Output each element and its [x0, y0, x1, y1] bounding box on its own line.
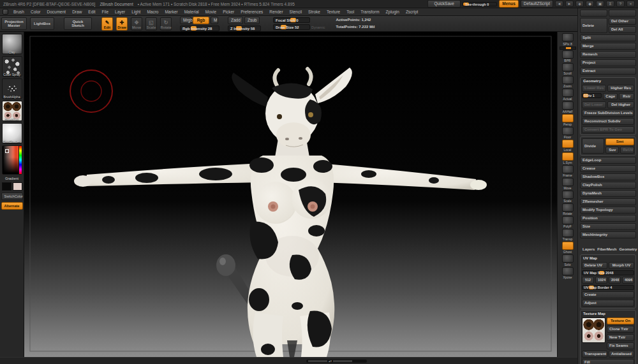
divide-button[interactable]: Divide [582, 138, 604, 154]
smt-button[interactable]: Smt [605, 138, 634, 145]
shelf-aahalf[interactable]: AAHalf [562, 101, 574, 113]
hue-strip[interactable] [19, 146, 22, 174]
uv-size-button-1024[interactable]: 1024 [595, 277, 607, 284]
shelf-scroll[interactable]: Scroll [562, 63, 574, 75]
palette-section-fibermesh[interactable]: FiberMesh [595, 247, 616, 251]
move-doc-icon[interactable]: ◈ [575, 1, 584, 7]
alternate-button[interactable]: Alternate [1, 202, 23, 210]
menu-item-stroke[interactable]: Stroke [305, 10, 323, 14]
edit-button[interactable]: ✎ Edit [101, 17, 113, 31]
switchcolor-button[interactable]: SwitchColor [1, 193, 23, 200]
uv-size-button-2048[interactable]: 2048 [609, 277, 621, 284]
uv-create-toggle[interactable]: Create [582, 291, 634, 298]
brush-selector[interactable]: Clay [2, 34, 22, 54]
z-intensity-slider[interactable]: Z Intensity 58 [228, 25, 261, 31]
subtool-partial-button-1[interactable] [580, 10, 607, 17]
antialiased-button[interactable]: Antialiased [609, 351, 634, 358]
menu-item-tool[interactable]: Tool [343, 10, 357, 14]
menu-item-draw[interactable]: Draw [69, 10, 85, 14]
clone-texture-button[interactable]: Clone Txtr [607, 326, 634, 333]
geometry-header[interactable]: Geometry [582, 79, 634, 84]
redo-icon[interactable]: ► [565, 1, 574, 7]
section-toggle-position[interactable]: Position [580, 215, 636, 222]
rgb-intensity-slider[interactable]: Rgb Intensity 28 [180, 25, 219, 31]
fix-seams-button[interactable]: Fix Seams [607, 342, 634, 349]
uv-map-size-slider[interactable]: UV Map Size 2048 [582, 270, 634, 275]
lightbox-button[interactable]: LightBox [30, 17, 54, 30]
del-other-button[interactable]: Del Other [609, 18, 636, 25]
default-zscript-button[interactable]: DefaultZScript [521, 0, 553, 8]
section-toggle-modify-topology[interactable]: Modify Topology [580, 207, 636, 214]
mrgb-button[interactable]: Mrgb [180, 17, 191, 24]
see-through-slider[interactable]: See-through 0 [463, 2, 497, 6]
zoom-doc-icon[interactable]: ◆ [586, 1, 594, 7]
sdiv-slider[interactable]: SDiv 1 [582, 93, 602, 98]
delete-subtool-button[interactable]: Delete [580, 18, 607, 33]
menu-item-material[interactable]: Material [181, 10, 202, 14]
timeline-scrollbar[interactable]: ▴▾ [306, 360, 367, 363]
section-toggle-size[interactable]: Size [580, 223, 636, 230]
cage-button[interactable]: Cage [603, 93, 618, 100]
shelf-lsym[interactable]: L.Sym [562, 152, 574, 164]
shelf-ghost[interactable]: Ghost [562, 242, 574, 254]
stroke-selector[interactable]: Color Spray [2, 56, 22, 76]
reconstruct-subdiv-button[interactable]: Reconstruct Subdiv [582, 118, 634, 125]
lower-res-button[interactable]: Lower Res [582, 85, 606, 92]
subtool-partial-button-2[interactable] [609, 10, 636, 17]
scroll-handle-right[interactable] [333, 360, 352, 362]
shelf-persp[interactable]: Persp [562, 114, 574, 126]
menu-item-layer[interactable]: Layer [112, 10, 128, 14]
menu-item-zscript[interactable]: Zscript [403, 10, 422, 14]
shelf-floor[interactable]: Floor [562, 127, 574, 139]
subtool-row-remesh[interactable]: Remesh [580, 51, 636, 58]
menu-item-render[interactable]: Render [266, 10, 286, 14]
new-texture-button[interactable]: New Txtr [607, 334, 634, 341]
undo-icon[interactable]: ◄ [555, 1, 563, 7]
section-toggle-dynamesh[interactable]: DynaMesh [580, 190, 636, 197]
menu-item-light[interactable]: Light [128, 10, 144, 14]
rotate-button[interactable]: ↻ Rotate [160, 17, 172, 31]
uv-size-button-4096[interactable]: 4096 [622, 277, 634, 284]
move-button[interactable]: ✥ Move [131, 17, 142, 31]
shelf-xpose[interactable]: Xpose [562, 267, 574, 279]
uv-adjust-toggle[interactable]: Adjust [582, 300, 634, 307]
shelf-actual[interactable]: Actual [562, 89, 574, 101]
freeze-subdivision-button[interactable]: Freeze SubDivision Levels [582, 110, 634, 117]
shelf-local[interactable]: Local [562, 140, 574, 152]
shelf-transp[interactable]: Transp [562, 229, 574, 241]
menu-item-brush[interactable]: Brush [10, 10, 27, 14]
main-color-swatch[interactable] [2, 182, 11, 191]
palette-section-geometry-hd[interactable]: Geometry HD [616, 247, 638, 251]
color-picker[interactable] [2, 145, 22, 175]
zsub-button[interactable]: Zsub [244, 17, 260, 24]
shelf-frame[interactable]: Frame [562, 165, 574, 177]
zbrush-logo-icon[interactable] [3, 9, 8, 15]
suv-button[interactable]: Suv [605, 147, 619, 154]
material-selector[interactable]: SkinShade4 [2, 123, 22, 143]
uv-map-border-slider[interactable]: UV Map Border 4 [582, 285, 634, 290]
menu-item-preferences[interactable]: Preferences [237, 10, 266, 14]
morph-uv-button[interactable]: Morph UV [609, 262, 634, 269]
texture-selector[interactable]: BrushTxtr [2, 101, 22, 121]
help-icon[interactable]: ? [616, 1, 625, 7]
del-lower-button[interactable]: Del Lower [582, 101, 606, 108]
texture-map-header[interactable]: Texture Map [582, 312, 634, 316]
menu-item-marker[interactable]: Marker [161, 10, 181, 14]
shelf-bpr-top[interactable] [562, 33, 574, 41]
m-button[interactable]: M [211, 17, 218, 24]
subtool-row-project[interactable]: Project [580, 59, 636, 66]
fill-toggle[interactable]: Fill [582, 359, 634, 364]
higher-res-button[interactable]: Higher Res [607, 85, 634, 92]
reuv-button[interactable]: ReUV [620, 147, 634, 154]
zadd-button[interactable]: Zadd [228, 17, 243, 24]
uv-size-button-512[interactable]: 512 [582, 277, 594, 284]
sigma-icon[interactable]: Σ [606, 1, 614, 7]
scale-button[interactable]: ◱ Scale [145, 17, 157, 31]
shelf-scale[interactable]: Scale [562, 191, 574, 203]
del-all-button[interactable]: Del All [609, 26, 636, 33]
menu-item-macro[interactable]: Macro [144, 10, 161, 14]
texture-on-button[interactable]: Texture On [607, 317, 634, 324]
section-toggle-edgeloop[interactable]: EdgeLoop [580, 157, 636, 164]
delete-uv-button[interactable]: Delete UV [582, 262, 607, 269]
shelf-bpr[interactable]: BPR [562, 50, 574, 62]
